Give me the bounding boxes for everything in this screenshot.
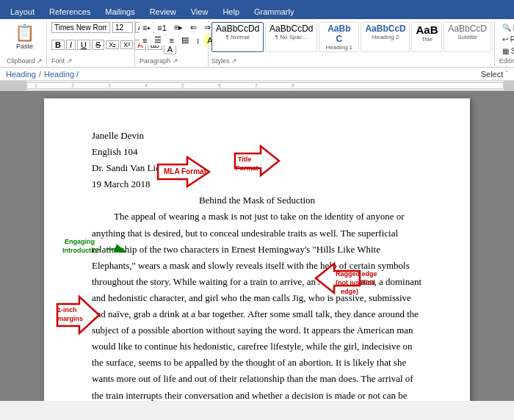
paste-button[interactable]: 📋 Paste: [13, 22, 36, 51]
heading-label: Heading: [6, 70, 36, 79]
ribbon-body: 📋 Paste Clipboard ↗ A↑ A↓ B I U S X₂ X² …: [0, 19, 514, 68]
replace-button[interactable]: ↩ Replace: [499, 34, 514, 45]
heading-sub-label: Heading /: [44, 70, 79, 79]
style-normal[interactable]: AaBbCcDd ¶ Normal: [211, 22, 264, 52]
select-button[interactable]: ▦ Select `: [499, 46, 514, 57]
tab-help[interactable]: Help: [215, 4, 247, 19]
editing-group-label: Editing: [499, 57, 514, 65]
underline-button[interactable]: U: [77, 40, 90, 50]
svg-text:1-inch: 1-inch: [57, 306, 77, 314]
replace-icon: ↩: [502, 35, 508, 43]
find-button[interactable]: 🔍 Find ▾: [499, 22, 514, 33]
paragraph-group: ≡• ≡1 ≡▸ ⇐ ⇒ ↕A ¶ ≡ ☰ ≡ ▤ ↕ A ⊞ Paragrap…: [135, 21, 209, 66]
font-group-label: Font ↗: [51, 57, 73, 65]
align-right-button[interactable]: ≡: [166, 35, 176, 46]
bullets-button[interactable]: ≡•: [140, 22, 153, 33]
page: Janelle Devin English 104 Dr. Sandi Van …: [44, 98, 470, 401]
svg-text:margins: margins: [57, 315, 83, 322]
subscript-button[interactable]: X₂: [106, 40, 119, 49]
search-icon: 🔍: [502, 23, 511, 32]
style-no-spacing[interactable]: AaBbCcDd ¶ No Spac...: [265, 22, 317, 52]
font-selectors: A↑ A↓: [51, 22, 130, 33]
tab-review[interactable]: Review: [142, 4, 184, 19]
styles-group-label: Styles ↗: [211, 57, 237, 65]
body-text: The appeal of wearing a mask is not just…: [92, 211, 421, 401]
tab-layout[interactable]: Layout: [3, 4, 42, 19]
align-center-button[interactable]: ☰: [151, 35, 164, 46]
doc-title: Behind the Mask of Seduction: [92, 192, 422, 209]
course-line: English 104: [92, 144, 422, 160]
author-line: Janelle Devin: [92, 128, 422, 144]
tab-view[interactable]: View: [184, 4, 216, 19]
clipboard-label: Clipboard ↗: [7, 57, 43, 65]
ruler: 1 2 3 4 5 6 7 8: [0, 81, 514, 91]
select-icon: ▦: [502, 47, 509, 55]
tab-references[interactable]: References: [42, 4, 98, 19]
paragraph-group-label: Paragraph ↗: [140, 57, 178, 65]
tab-grammarly[interactable]: Grammarly: [247, 4, 301, 19]
tab-mailings[interactable]: Mailings: [98, 4, 142, 19]
align-left-button[interactable]: ≡: [140, 35, 150, 46]
style-subtitle[interactable]: AaBbCcD Subtitle: [444, 22, 491, 52]
style-heading1[interactable]: AaBb C Heading 1: [319, 22, 359, 52]
italic-button[interactable]: I: [66, 40, 76, 50]
bold-button[interactable]: B: [51, 40, 65, 50]
select-breadcrumb-label[interactable]: Select `: [481, 70, 508, 79]
numbering-button[interactable]: ≡1: [154, 22, 170, 33]
strikethrough-button[interactable]: S: [92, 40, 104, 50]
doc-header: Janelle Devin English 104 Dr. Sandi Van …: [92, 128, 422, 192]
ribbon: Layout References Mailings Review View H…: [0, 0, 514, 81]
font-name-input[interactable]: [51, 22, 110, 33]
justify-button[interactable]: ▤: [178, 35, 192, 46]
document-area: Janelle Devin English 104 Dr. Sandi Van …: [0, 91, 514, 401]
para-bottom-row: ≡ ☰ ≡ ▤ ↕ A ⊞: [140, 35, 203, 46]
font-format-row: B I U S X₂ X² A ab ✂A: [51, 35, 130, 54]
clipboard-group: 📋 Paste Clipboard ↗: [3, 21, 47, 66]
editing-group: 🔍 Find ▾ ↩ Replace ▦ Select ` Editing: [495, 21, 514, 66]
superscript-button[interactable]: X²: [120, 40, 133, 49]
para-top-row: ≡• ≡1 ≡▸ ⇐ ⇒ ↕A ¶: [140, 22, 203, 33]
line-spacing-button[interactable]: ↕: [193, 35, 203, 46]
professor-line: Dr. Sandi Van Lieu: [92, 160, 422, 176]
style-heading2[interactable]: AaBbCcD Heading 2: [361, 22, 410, 52]
multilevel-button[interactable]: ≡▸: [171, 22, 186, 33]
date-line: 19 March 2018: [92, 176, 422, 192]
svg-text:Engaging: Engaging: [65, 238, 95, 245]
indent-dec-button[interactable]: ⇐: [187, 22, 200, 33]
font-group: A↑ A↓ B I U S X₂ X² A ab ✂A Font ↗: [47, 21, 135, 66]
breadcrumb-separator: /: [39, 70, 41, 79]
font-size-input[interactable]: [112, 22, 133, 33]
heading-breadcrumb-bar: Heading / Heading / Select `: [0, 68, 514, 81]
ribbon-tab-bar: Layout References Mailings Review View H…: [0, 0, 514, 19]
styles-row: AaBbCcDd ¶ Normal AaBbCcDd ¶ No Spac... …: [211, 22, 491, 52]
styles-group: AaBbCcDd ¶ Normal AaBbCcDd ¶ No Spac... …: [209, 21, 495, 66]
style-title[interactable]: AaB Title: [411, 22, 442, 52]
doc-body[interactable]: The appeal of wearing a mask is not just…: [92, 209, 422, 401]
